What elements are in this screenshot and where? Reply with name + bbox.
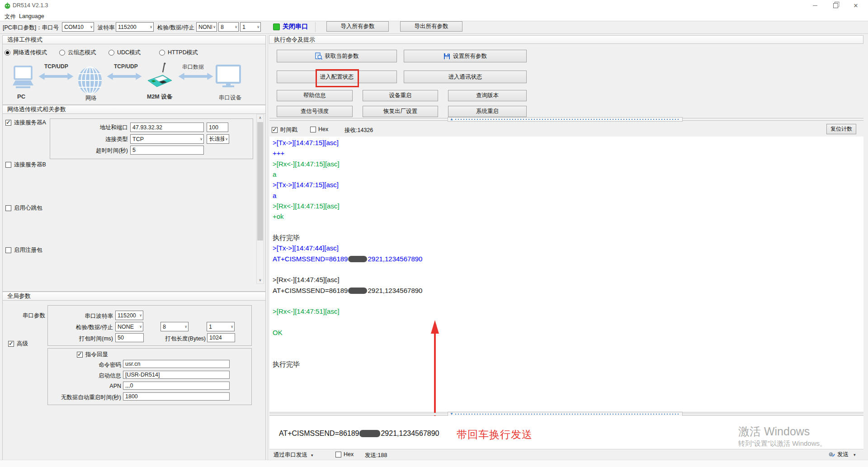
radio-mode-udc[interactable]: UDC模式	[108, 49, 141, 57]
server-a-port-input[interactable]: 100	[207, 123, 228, 132]
link-label-2: TCP/UDP	[114, 63, 138, 70]
get-params-button[interactable]: 获取当前参数	[277, 50, 397, 62]
checkbox-icon	[335, 452, 341, 458]
pack-time-label: 打包时间(ms)	[59, 335, 113, 343]
toolbar-separator	[315, 22, 316, 32]
activate-windows-watermark-sub: 转到“设置”以激活 Windows。	[738, 439, 826, 448]
received-count: 接收:14326	[344, 127, 373, 134]
pack-time-input[interactable]: 50	[115, 333, 144, 342]
register-checkbox[interactable]: 启用注册包	[5, 246, 42, 254]
close-serial-button[interactable]: 关闭串口	[273, 23, 308, 31]
menu-file[interactable]: 文件	[3, 12, 18, 22]
command-panel-header: 执行命令及提示	[269, 35, 863, 44]
log-area[interactable]: >[Tx->][14:47:15][asc]+++>[Rx<-][14:47:1…	[269, 137, 863, 411]
window-title: DR514 V2.1.3	[13, 2, 48, 9]
boot-msg-label: 启动信息	[67, 372, 121, 380]
restore-button[interactable]	[826, 0, 845, 11]
log-hex-checkbox[interactable]: Hex	[310, 126, 328, 132]
pc-serial-label: [PC串口参数]：串口号	[3, 24, 59, 32]
log-splitter-handle[interactable]: ▲	[448, 117, 683, 122]
advanced-checkbox[interactable]: 高级	[8, 340, 28, 348]
g-databits-select[interactable]: 8∨	[160, 322, 189, 331]
addr-label: 地址和端口	[71, 124, 128, 132]
search-doc-icon	[315, 52, 322, 60]
heartbeat-checkbox[interactable]: 启用心跳包	[5, 204, 42, 212]
work-mode-header: 选择工作模式	[3, 36, 265, 44]
reset-count-button[interactable]: 复位计数	[826, 124, 856, 134]
scroll-down-icon[interactable]: ∨	[257, 277, 264, 283]
timestamp-checkbox[interactable]: 时间戳	[272, 126, 297, 134]
help-button[interactable]: 帮助信息	[277, 90, 353, 101]
checkbox-icon	[310, 127, 316, 132]
g-parity-select[interactable]: NONE∨	[115, 322, 143, 331]
scroll-up-icon[interactable]: ∧	[257, 114, 264, 121]
send-hex-checkbox[interactable]: Hex	[335, 451, 354, 458]
server-b-checkbox[interactable]: 连接服务器B	[5, 161, 46, 169]
network-globe-icon	[78, 66, 103, 94]
annotation-note: 带回车换行发送	[457, 428, 533, 442]
minimize-button[interactable]	[806, 0, 825, 11]
collapse-up-icon[interactable]: ▲	[450, 118, 453, 121]
node-label-pc: PC	[17, 93, 25, 100]
radio-mode-cloud[interactable]: 云组态模式	[59, 49, 96, 57]
serial-open-indicator	[273, 24, 280, 30]
factory-reset-button[interactable]: 恢复出厂设置	[363, 106, 438, 117]
cmd-echo-checkbox[interactable]: 指令回显	[77, 351, 108, 359]
window-bottom-strip	[0, 460, 868, 467]
g-parity-label: 检验/数据/停止	[59, 324, 113, 331]
app-icon	[4, 2, 11, 9]
boot-msg-input[interactable]: [USR-DR514]	[123, 371, 230, 379]
net-params-header: 网络透传模式相关参数	[3, 105, 265, 114]
scrollbar-thumb[interactable]	[257, 122, 263, 241]
title-bar: DR514 V2.1.3 ✕	[0, 0, 868, 11]
menu-language[interactable]: Language	[17, 12, 46, 20]
databits-select[interactable]: 8∨	[218, 22, 239, 32]
pc-icon	[11, 66, 35, 91]
parity-select[interactable]: NONI∨	[196, 22, 217, 32]
cmd-pwd-input[interactable]: usr.cn	[123, 360, 230, 368]
sent-count: 发送:188	[365, 452, 387, 459]
radio-mode-transparent[interactable]: 网络透传模式	[5, 49, 47, 57]
keepalive-select[interactable]: 长连接∨	[207, 134, 229, 144]
cmd-pwd-label: 命令密码	[67, 361, 121, 369]
arrow-icon	[178, 72, 214, 81]
com-port-select[interactable]: COM10∨	[62, 22, 94, 32]
stopbits-select[interactable]: 1∨	[240, 22, 261, 32]
device-reboot-button[interactable]: 设备重启	[363, 90, 438, 101]
send-button[interactable]: 发送 ▾	[828, 451, 856, 458]
radio-icon	[59, 50, 65, 56]
g-stopbits-select[interactable]: 1∨	[207, 322, 235, 331]
baud-label: 波特率	[98, 24, 115, 32]
server-a-checkbox[interactable]: 连接服务器A	[5, 119, 46, 127]
query-version-button[interactable]: 查询版本	[448, 90, 527, 101]
close-serial-label: 关闭串口	[283, 23, 308, 31]
g-baud-label: 串口波特率	[59, 312, 113, 320]
collapse-down-icon[interactable]: ▼	[450, 412, 453, 416]
checkbox-icon	[8, 341, 14, 347]
checkbox-icon	[272, 127, 278, 133]
apn-input[interactable]: ,,,0	[123, 382, 230, 390]
timeout-label: 超时时间(秒)	[71, 147, 128, 155]
g-baud-select[interactable]: 115200∨	[115, 311, 143, 320]
reboot-input[interactable]: 1800	[123, 392, 230, 401]
timeout-input[interactable]: 5	[130, 146, 204, 155]
checkbox-icon	[5, 162, 11, 168]
pack-len-input[interactable]: 1024	[207, 333, 235, 342]
send-via-serial-dropdown[interactable]: 通过串口发送 ▾	[274, 451, 313, 459]
arrow-icon	[38, 72, 75, 81]
radio-mode-httpd[interactable]: HTTPD模式	[159, 49, 198, 57]
signal-strength-button[interactable]: 查信号强度	[277, 106, 353, 117]
node-label-serial: 串口设备	[219, 94, 241, 102]
system-reboot-button[interactable]: 系统重启	[448, 106, 527, 117]
conn-type-select[interactable]: TCP∨	[130, 134, 204, 144]
baud-select[interactable]: 115200∨	[116, 22, 154, 32]
server-a-address-input[interactable]: 47.93.32.32	[130, 123, 204, 132]
global-params-header: 全局参数	[3, 292, 265, 301]
net-params-scrollbar[interactable]: ∧ ∨	[256, 114, 264, 284]
close-button[interactable]: ✕	[846, 0, 865, 11]
redaction-blob	[359, 430, 380, 437]
import-params-button[interactable]: 导入所有参数	[326, 21, 389, 32]
enter-comm-button[interactable]: 进入通讯状态	[404, 71, 527, 83]
set-params-button[interactable]: 设置所有参数	[404, 50, 527, 62]
export-params-button[interactable]: 导出所有参数	[400, 21, 462, 32]
